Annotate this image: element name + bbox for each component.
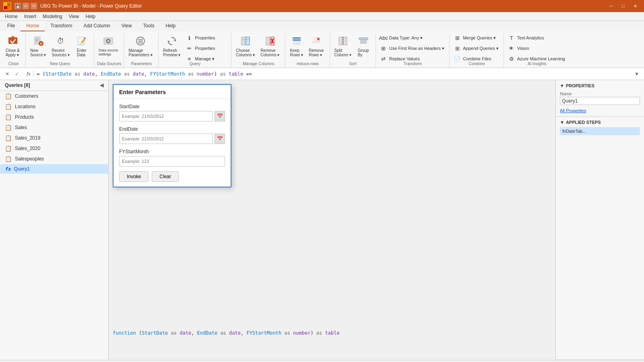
- formula-expand-button[interactable]: ▼: [633, 70, 641, 78]
- close-button[interactable]: ✕: [630, 2, 641, 10]
- svg-rect-34: [312, 41, 320, 43]
- refresh-preview-button[interactable]: RefreshPreview ▾: [161, 33, 183, 59]
- enter-data-button[interactable]: 📝 EnterData: [73, 33, 91, 59]
- tab-transform[interactable]: Transform: [45, 21, 78, 31]
- svg-rect-5: [11, 36, 14, 38]
- end-date-input[interactable]: [119, 134, 213, 144]
- minimize-button[interactable]: ─: [605, 2, 617, 10]
- ribbon-tabs: File Home Transform Add Column View Tool…: [0, 21, 644, 31]
- choose-columns-button[interactable]: ChooseColumns ▾: [233, 33, 257, 59]
- right-panel: ▼ PROPERTIES Name All Properties ▼ APPLI…: [555, 80, 644, 360]
- maximize-button[interactable]: □: [617, 2, 629, 10]
- menu-insert[interactable]: Insert: [21, 13, 39, 20]
- sidebar-item-salespeoples[interactable]: 📋 Salespeoples: [0, 154, 108, 164]
- svg-point-14: [107, 40, 109, 42]
- formula-bar-content[interactable]: = (StartDate as date, EndDate as date, F…: [37, 71, 630, 77]
- ribbon-group-query: RefreshPreview ▾ ℹ Properties ✏ Properti…: [159, 33, 231, 68]
- tab-help[interactable]: Help: [160, 21, 181, 31]
- merge-queries-label: Merge Queries ▾: [463, 35, 496, 41]
- start-date-field: StartDate 📅: [119, 104, 225, 121]
- close-apply-button[interactable]: Close &Apply ▾: [3, 33, 22, 59]
- sidebar: Queries [8] ◀ 📋 Customers 📋 Locations 📋 …: [0, 80, 109, 360]
- menu-view[interactable]: View: [66, 13, 83, 20]
- recent-sources-button[interactable]: ⏱ RecentSources ▾: [49, 33, 72, 59]
- new-query-buttons: + NewSource ▾ ⏱ RecentSources ▾ 📝 EnterD…: [28, 33, 91, 66]
- append-queries-button[interactable]: ⊞ Append Queries ▾: [452, 43, 500, 53]
- menu-home[interactable]: Home: [2, 13, 21, 20]
- formula-confirm-button[interactable]: ✓: [13, 70, 21, 78]
- ribbon-group-data-sources: Data sourcesettings Data Sources: [95, 33, 124, 68]
- end-date-row: 📅: [119, 134, 225, 144]
- sidebar-item-locations[interactable]: 📋 Locations: [0, 101, 108, 112]
- sidebar-item-products[interactable]: 📋 Products: [0, 112, 108, 122]
- svg-rect-7: [35, 39, 39, 39]
- use-first-row-button[interactable]: ⊞ Use First Row as Headers ▾: [378, 43, 446, 53]
- svg-rect-37: [339, 37, 343, 45]
- sidebar-item-sales[interactable]: 📋 Sales: [0, 122, 108, 133]
- new-source-button[interactable]: + NewSource ▾: [28, 33, 48, 59]
- svg-rect-31: [293, 43, 301, 45]
- data-source-settings-label: Data sourcesettings: [99, 48, 118, 56]
- data-source-settings-button[interactable]: Data sourcesettings: [96, 33, 121, 58]
- manage-parameters-button[interactable]: ManageParameters ▾: [126, 33, 155, 59]
- split-column-button[interactable]: SplitColumn ▾: [332, 33, 354, 59]
- close-group-label: Close: [2, 62, 25, 66]
- formula-cancel-button[interactable]: ✕: [3, 70, 11, 78]
- sidebar-item-query1[interactable]: fx Query1: [0, 164, 108, 174]
- svg-rect-28: [293, 37, 301, 39]
- merge-queries-button[interactable]: ⊞ Merge Queries ▾: [452, 33, 500, 43]
- svg-rect-42: [360, 42, 367, 43]
- remove-columns-button[interactable]: RemoveColumns ▾: [258, 33, 282, 59]
- sidebar-header: Queries [8] ◀: [0, 80, 108, 91]
- svg-rect-41: [360, 40, 367, 41]
- query-name-input[interactable]: [560, 97, 640, 105]
- applied-steps-section: ▼ APPLIED STEPS fnDateTab...: [556, 117, 644, 360]
- text-analytics-button[interactable]: T Text Analytics: [506, 33, 567, 43]
- remove-columns-label: RemoveColumns ▾: [260, 48, 279, 57]
- sidebar-item-sales-2020[interactable]: 📋 Sales_2020: [0, 143, 108, 154]
- sidebar-item-sales-2019[interactable]: 📋 Sales_2019: [0, 133, 108, 143]
- end-date-calendar-button[interactable]: 📅: [215, 134, 225, 144]
- applied-step-fn-date-table[interactable]: fnDateTab...: [560, 127, 640, 135]
- close-apply-label: Close &Apply ▾: [6, 48, 20, 57]
- ribbon-group-manage-columns: ChooseColumns ▾ RemoveColumns ▾ Manage C…: [232, 33, 286, 68]
- tab-add-column[interactable]: Add Column: [78, 21, 116, 31]
- name-label: Name: [560, 91, 640, 96]
- query-group-label: Query: [159, 62, 231, 66]
- use-first-row-label: Use First Row as Headers ▾: [389, 46, 444, 51]
- fy-start-month-input[interactable]: [119, 156, 225, 167]
- tab-file[interactable]: File: [2, 21, 21, 31]
- advanced-editor-button[interactable]: ✏ Properties: [184, 43, 217, 53]
- properties-button[interactable]: ℹ Properties: [184, 33, 217, 43]
- sidebar-item-customers[interactable]: 📋 Customers: [0, 91, 108, 101]
- clear-button[interactable]: Clear: [152, 171, 179, 182]
- vision-button[interactable]: 👁 Vision: [506, 43, 567, 53]
- svg-rect-38: [343, 37, 347, 45]
- tab-tools[interactable]: Tools: [137, 21, 160, 31]
- save-icon[interactable]: 💾: [14, 3, 21, 9]
- query-name-field: Name: [560, 91, 640, 105]
- menu-modeling[interactable]: Modeling: [39, 13, 66, 20]
- sidebar-collapse-button[interactable]: ◀: [100, 82, 103, 88]
- products-label: Products: [15, 114, 34, 120]
- remove-rows-button[interactable]: RemoveRows ▾: [306, 33, 326, 59]
- window-title: UBG To Power BI - Model - Power Query Ed…: [40, 3, 605, 9]
- tab-view[interactable]: View: [116, 21, 138, 31]
- start-date-input[interactable]: [119, 111, 213, 121]
- start-date-calendar-button[interactable]: 📅: [215, 111, 225, 121]
- all-properties-link[interactable]: All Properties: [560, 108, 640, 113]
- manage-label: Manage ▾: [195, 56, 215, 62]
- menu-help[interactable]: Help: [83, 13, 99, 20]
- status-bar: [0, 360, 644, 362]
- dialog-body: StartDate 📅 EndDate 📅 FYStartM: [114, 99, 231, 187]
- keep-rows-button[interactable]: KeepRows ▾: [287, 33, 305, 59]
- undo-icon[interactable]: ↩: [23, 3, 29, 9]
- redo-icon[interactable]: ↪: [31, 3, 37, 9]
- group-by-button[interactable]: GroupBy: [355, 33, 372, 59]
- data-type-button[interactable]: Abc Data Type: Any ▾: [378, 33, 446, 43]
- invoke-button[interactable]: Invoke: [119, 171, 149, 182]
- data-sources-buttons: Data sourcesettings: [96, 33, 121, 65]
- salespeoples-icon: 📋: [5, 156, 12, 162]
- tab-home[interactable]: Home: [21, 21, 45, 31]
- svg-rect-17: [138, 41, 143, 42]
